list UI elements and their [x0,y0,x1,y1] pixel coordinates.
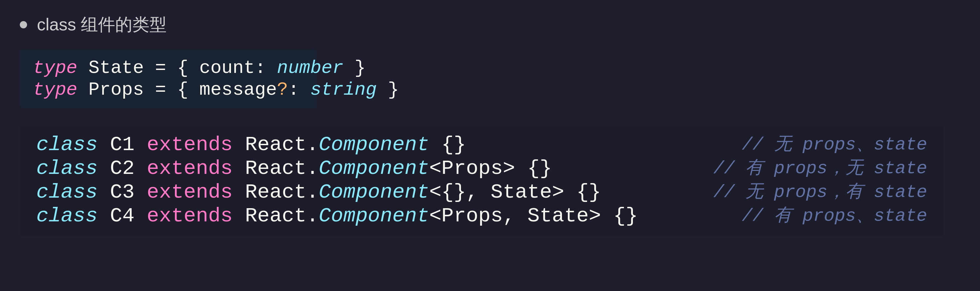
react-dot-2: React. [232,158,318,179]
class-c4-line: class C4 extends React. Component <Props… [36,206,927,226]
colon-2: : [288,81,310,99]
type-props-line: type Props = { message ? : string } [33,81,304,99]
component-1: Component [319,135,429,155]
extends-4: extends [147,206,232,226]
equals-brace-1: = { [155,59,199,77]
type-state-line: type State = { count : number } [33,59,304,77]
message-key: message [199,81,277,99]
keyword-class-4: class [36,206,98,226]
react-dot-1: React. [232,135,318,155]
top-code-block: type State = { count : number } type Pro… [20,49,317,108]
component-4: Component [319,206,429,226]
component-3: Component [319,182,429,203]
keyword-class-3: class [36,182,98,203]
state-name: State [77,59,155,77]
c2-name: C2 [98,158,147,179]
close-brace-2: } [377,81,399,99]
body-2: <Props> {} [429,158,552,179]
string-type: string [310,81,377,99]
react-dot-4: React. [232,206,318,226]
props-name: Props [77,81,155,99]
comment-4: // 有 props、state [715,207,927,225]
optional-marker: ? [277,81,288,99]
bottom-code-block: class C1 extends React. Component {} // … [20,125,944,236]
extends-2: extends [147,158,232,179]
keyword-type-2: type [33,81,77,99]
class-c3-line: class C3 extends React. Component <{}, S… [36,182,927,203]
keyword-class-1: class [36,135,98,155]
colon-1: : [255,59,277,77]
extends-1: extends [147,135,232,155]
count-key: count [199,59,255,77]
comment-3: // 无 props，有 state [687,183,927,201]
keyword-class-2: class [36,158,98,179]
component-2: Component [319,158,429,179]
comment-2: // 有 props，无 state [687,160,927,178]
comment-1: // 无 props、state [715,136,927,154]
bullet-dot [20,21,27,29]
c3-name: C3 [98,182,147,203]
class-c2-line: class C2 extends React. Component <Props… [36,158,927,179]
equals-brace-2: = { [155,81,199,99]
number-type: number [277,59,344,77]
react-dot-3: React. [232,182,318,203]
body-1: {} [429,135,466,155]
c4-name: C4 [98,206,147,226]
c1-name: C1 [98,135,147,155]
class-c1-line: class C1 extends React. Component {} // … [36,135,927,155]
body-4: <Props, State> {} [429,206,638,226]
body-3: <{}, State> {} [429,182,601,203]
close-brace-1: } [344,59,366,77]
extends-3: extends [147,182,232,203]
bullet-text: class 组件的类型 [37,13,167,36]
keyword-type-1: type [33,59,77,77]
bullet-point: class 组件的类型 [20,13,167,36]
